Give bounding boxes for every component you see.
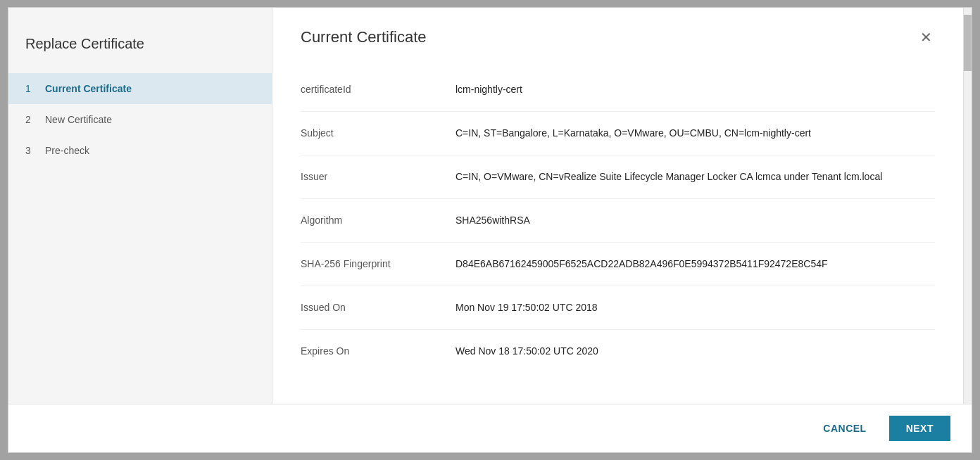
step-number-2: 2 [25, 114, 37, 125]
sidebar-item-label-1: Current Certificate [45, 83, 132, 94]
field-sha256-fingerprint: SHA-256 Fingerprint D84E6AB67162459005F6… [301, 243, 935, 286]
field-label-issuer: Issuer [301, 170, 456, 182]
field-issued-on: Issued On Mon Nov 19 17:50:02 UTC 2018 [301, 286, 935, 330]
field-value-sha256: D84E6AB67162459005F6525ACD22ADB82A496F0E… [456, 257, 935, 271]
scrollbar[interactable] [963, 8, 972, 404]
dialog-title: Replace Certificate [8, 22, 272, 73]
step-number-3: 3 [25, 145, 37, 156]
dialog-footer: CANCEL NEXT [8, 404, 972, 452]
field-value-expires-on: Wed Nov 18 17:50:02 UTC 2020 [456, 344, 935, 359]
field-subject: Subject C=IN, ST=Bangalore, L=Karnataka,… [301, 112, 935, 155]
field-value-certificateid: lcm-nightly-cert [456, 82, 935, 97]
replace-certificate-dialog: Replace Certificate 1 Current Certificat… [8, 7, 972, 453]
content-header: Current Certificate ✕ [272, 8, 963, 61]
field-certificate-id: certificateId lcm-nightly-cert [301, 68, 935, 112]
field-value-issuer: C=IN, O=VMware, CN=vRealize Suite Lifecy… [456, 170, 935, 184]
cancel-button[interactable]: CANCEL [809, 416, 880, 441]
main-content: Current Certificate ✕ certificateId lcm-… [272, 8, 963, 404]
field-label-expires-on: Expires On [301, 344, 456, 357]
field-value-subject: C=IN, ST=Bangalore, L=Karnataka, O=VMwar… [456, 126, 935, 141]
sidebar-item-current-certificate[interactable]: 1 Current Certificate [8, 73, 272, 104]
dialog-overlay: Replace Certificate 1 Current Certificat… [0, 0, 980, 460]
field-label-certificateid: certificateId [301, 82, 456, 95]
next-button[interactable]: NEXT [889, 416, 950, 441]
field-value-issued-on: Mon Nov 19 17:50:02 UTC 2018 [456, 300, 935, 315]
sidebar-item-label-3: Pre-check [45, 145, 89, 156]
field-expires-on: Expires On Wed Nov 18 17:50:02 UTC 2020 [301, 330, 935, 373]
close-button[interactable]: ✕ [917, 27, 935, 47]
scrollbar-thumb [964, 15, 972, 71]
field-algorithm: Algorithm SHA256withRSA [301, 199, 935, 243]
field-label-algorithm: Algorithm [301, 213, 456, 226]
certificate-fields-scroll[interactable]: certificateId lcm-nightly-cert Subject C… [272, 61, 963, 404]
step-number-1: 1 [25, 83, 37, 94]
field-value-algorithm: SHA256withRSA [456, 213, 935, 228]
sidebar-item-label-2: New Certificate [45, 114, 112, 125]
content-title: Current Certificate [301, 28, 427, 46]
field-label-issued-on: Issued On [301, 300, 456, 313]
field-label-subject: Subject [301, 126, 456, 139]
sidebar-item-new-certificate[interactable]: 2 New Certificate [8, 104, 272, 135]
field-issuer: Issuer C=IN, O=VMware, CN=vRealize Suite… [301, 155, 935, 199]
sidebar: Replace Certificate 1 Current Certificat… [8, 8, 272, 404]
field-label-sha256: SHA-256 Fingerprint [301, 257, 456, 269]
dialog-body: Replace Certificate 1 Current Certificat… [8, 8, 972, 404]
sidebar-item-precheck[interactable]: 3 Pre-check [8, 135, 272, 166]
